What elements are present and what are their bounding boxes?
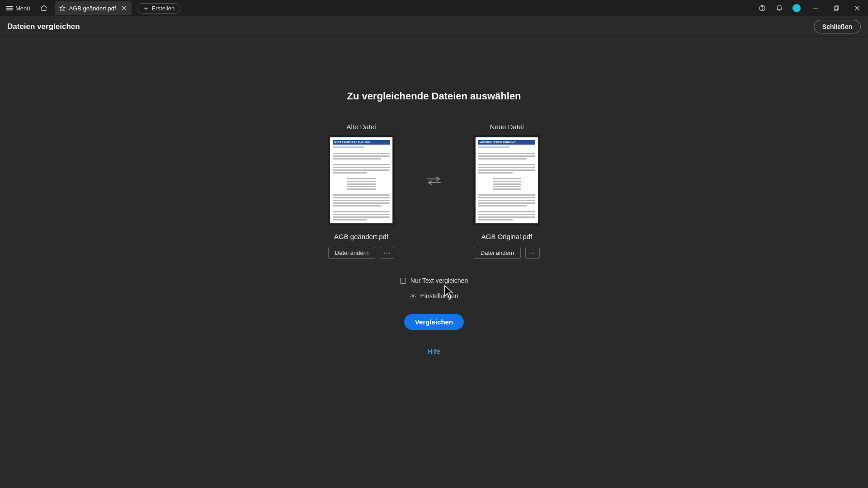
new-file-actions: Datei ändern ··· <box>474 247 540 259</box>
new-file-thumbnail[interactable]: WIDERRUFSBELEHRUNG <box>475 137 538 224</box>
home-button[interactable] <box>37 2 51 14</box>
create-label: Erstellen <box>152 5 175 12</box>
svg-marker-0 <box>60 5 65 11</box>
old-file-name: AGB geändert.pdf <box>334 233 388 240</box>
new-file-name: AGB Original.pdf <box>481 233 533 240</box>
create-button[interactable]: ＋ Erstellen <box>137 3 181 14</box>
new-change-file-button[interactable]: Datei ändern <box>474 247 521 259</box>
headline: Zu vergleichende Dateien auswählen <box>347 90 521 102</box>
swap-files-button[interactable] <box>423 137 445 224</box>
ellipsis-icon: ··· <box>383 249 391 257</box>
thumb-title-band: WIDERRUFSBELEHRUNG <box>478 140 535 145</box>
old-file-column: Alte Datei WIDERRUFSBELEHRUNG AGB geände… <box>321 123 402 259</box>
restore-icon <box>834 5 839 11</box>
svg-rect-4 <box>834 7 838 10</box>
plus-icon: ＋ <box>143 5 149 11</box>
old-change-file-button[interactable]: Datei ändern <box>328 247 375 259</box>
menu-label: Menü <box>15 5 30 12</box>
document-tab[interactable]: AGB geändert.pdf <box>55 1 132 15</box>
new-file-label: Neue Datei <box>490 123 524 131</box>
tool-header: Dateien vergleichen Schließen <box>0 16 868 37</box>
new-file-column: Neue Datei WIDERRUFSBELEHRUNG AGB Origin… <box>466 123 547 259</box>
compare-row: Alte Datei WIDERRUFSBELEHRUNG AGB geände… <box>321 123 547 259</box>
svg-point-5 <box>412 295 414 297</box>
compare-button[interactable]: Vergleichen <box>404 314 464 330</box>
settings-label: Einstellungen <box>420 292 458 300</box>
page-title: Dateien vergleichen <box>7 22 80 31</box>
help-link[interactable]: Hilfe <box>428 348 440 355</box>
text-only-checkbox[interactable]: Nur Text vergleichen <box>400 277 468 284</box>
settings-button[interactable]: Einstellungen <box>410 292 458 300</box>
main-menu-button[interactable]: Menü <box>2 3 35 14</box>
help-icon-button[interactable] <box>755 2 769 14</box>
svg-rect-3 <box>835 6 839 9</box>
close-icon <box>122 6 126 10</box>
close-tool-button[interactable]: Schließen <box>814 20 861 33</box>
titlebar: Menü AGB geändert.pdf ＋ Erstellen <box>0 0 868 16</box>
window-minimize-button[interactable] <box>807 2 825 14</box>
old-file-actions: Datei ändern ··· <box>328 247 394 259</box>
home-icon <box>40 5 47 12</box>
window-restore-button[interactable] <box>827 2 845 14</box>
tab-close-button[interactable] <box>120 4 128 12</box>
titlebar-right <box>755 2 866 14</box>
thumb-title-band: WIDERRUFSBELEHRUNG <box>333 140 390 145</box>
minimize-icon <box>813 5 818 11</box>
question-circle-icon <box>759 5 766 12</box>
close-icon <box>854 5 860 11</box>
gear-icon <box>410 293 416 300</box>
hamburger-icon <box>6 6 13 10</box>
ellipsis-icon: ··· <box>529 249 536 257</box>
notifications-button[interactable] <box>772 2 787 14</box>
old-file-more-button[interactable]: ··· <box>380 247 394 259</box>
svg-point-2 <box>762 9 762 10</box>
old-file-label: Alte Datei <box>346 123 376 131</box>
content-area: Zu vergleichende Dateien auswählen Alte … <box>0 37 868 488</box>
tab-title: AGB geändert.pdf <box>69 5 116 12</box>
window-close-button[interactable] <box>848 2 866 14</box>
bell-icon <box>776 5 783 12</box>
swap-arrows-icon <box>425 174 443 187</box>
account-avatar[interactable] <box>789 2 804 14</box>
options-block: Nur Text vergleichen Einstellungen Vergl… <box>400 277 468 330</box>
star-icon <box>59 5 66 11</box>
old-file-thumbnail[interactable]: WIDERRUFSBELEHRUNG <box>330 137 393 224</box>
new-file-more-button[interactable]: ··· <box>525 247 540 259</box>
checkbox-icon <box>400 278 406 284</box>
avatar-icon <box>793 4 801 12</box>
text-only-label: Nur Text vergleichen <box>410 277 468 284</box>
